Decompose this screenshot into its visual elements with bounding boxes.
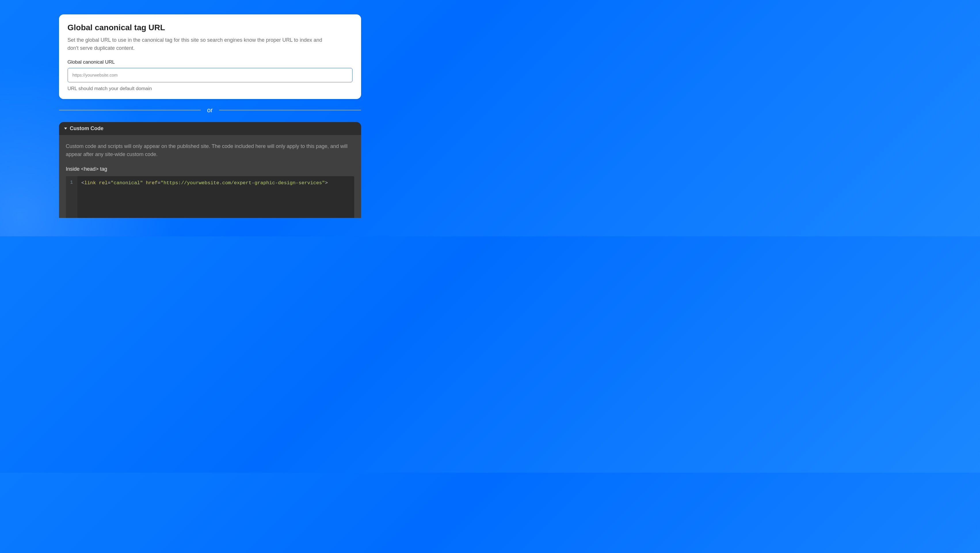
chevron-down-icon — [64, 127, 67, 129]
settings-container: Global canonical tag URL Set the global … — [59, 14, 361, 218]
code-token-eq: = — [108, 180, 110, 186]
code-editor[interactable]: 1 <link rel="canonical" href="https://yo… — [66, 176, 354, 218]
field-label-canonical-url: Global canonical URL — [68, 59, 352, 65]
code-token-tag: link — [84, 180, 96, 186]
helper-text: URL should match your default domain — [68, 86, 352, 92]
code-gutter: 1 — [66, 176, 77, 218]
code-token-string-href: "https://yourwebsite.com/expert-graphic-… — [161, 180, 325, 186]
card-description: Set the global URL to use in the canonic… — [68, 36, 332, 53]
head-tag-section-label: Inside <head> tag — [66, 166, 354, 172]
canonical-url-input[interactable] — [68, 68, 352, 82]
global-canonical-card: Global canonical tag URL Set the global … — [59, 14, 361, 99]
code-token-open-bracket: < — [81, 180, 84, 186]
divider-line-left — [59, 110, 201, 110]
code-token-string-rel: "canonical" — [111, 180, 143, 186]
line-number: 1 — [66, 179, 77, 186]
code-token-space — [96, 180, 99, 186]
code-token-attr-href: href — [146, 180, 158, 186]
code-token-space — [143, 180, 146, 186]
code-token-attr-rel: rel — [99, 180, 108, 186]
custom-code-header[interactable]: Custom Code — [59, 122, 361, 135]
code-content[interactable]: <link rel="canonical" href="https://your… — [77, 176, 354, 218]
custom-code-body: Custom code and scripts will only appear… — [59, 135, 361, 218]
divider-label: or — [201, 107, 219, 114]
code-token-close-bracket: > — [325, 180, 328, 186]
divider-line-right — [219, 110, 361, 110]
or-divider: or — [59, 107, 361, 114]
custom-code-card: Custom Code Custom code and scripts will… — [59, 122, 361, 218]
custom-code-title: Custom Code — [70, 126, 103, 132]
code-token-eq: = — [158, 180, 161, 186]
custom-code-description: Custom code and scripts will only appear… — [66, 142, 354, 159]
card-title: Global canonical tag URL — [68, 23, 352, 32]
